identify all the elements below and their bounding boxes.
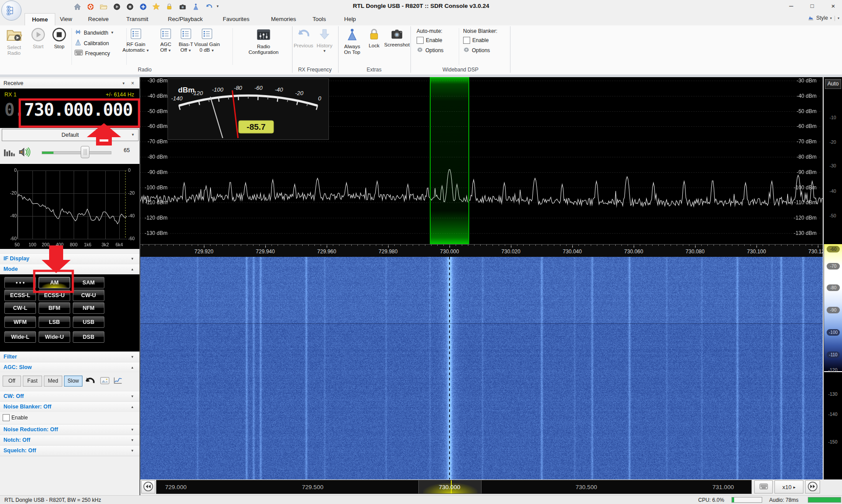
- section-filter[interactable]: Filter▾: [0, 351, 139, 362]
- spectrum-display[interactable]: dBm-140-120-100-80-60-40-200-85.7 -30 dB…: [140, 77, 823, 244]
- calibration-button[interactable]: Calibration: [75, 39, 109, 47]
- section-notch[interactable]: Notch: Off▾: [0, 435, 139, 446]
- receive-panel-header[interactable]: Receive ▾ ×: [0, 78, 139, 89]
- ribbon-collapse-caret-icon[interactable]: ▾: [838, 16, 839, 20]
- maximize-button[interactable]: □: [803, 0, 822, 12]
- output-device-dropdown[interactable]: Default ▼: [2, 129, 139, 141]
- spectrum-frequency-scale[interactable]: 729.920729.940729.960729.980730.000730.0…: [140, 244, 823, 257]
- checkbox-icon[interactable]: [463, 37, 470, 44]
- bandwidth-button[interactable]: Bandwidth▼: [75, 28, 114, 37]
- mode-button-ecssl[interactable]: ECSS-L: [4, 290, 36, 301]
- screenshot-button[interactable]: Screenshot: [384, 27, 410, 48]
- section-cw[interactable]: CW: Off▾: [0, 391, 139, 402]
- mode-button-[interactable]: • • •: [4, 277, 36, 288]
- frequency-value[interactable]: 730.000.000: [24, 100, 132, 120]
- mode-button-am[interactable]: AM: [39, 277, 70, 288]
- scroll-right-button[interactable]: [805, 480, 820, 493]
- volume-slider-handle[interactable]: [81, 146, 89, 158]
- frequency-display[interactable]: 0.730.000.000: [4, 100, 132, 120]
- life-ring-icon[interactable]: [85, 2, 96, 11]
- panel-collapse-icon[interactable]: ▾: [122, 78, 125, 89]
- scroll-left-button[interactable]: [141, 480, 155, 493]
- frequency-band-track[interactable]: 729.000729.500730.000730.500731.000: [156, 480, 752, 494]
- scale-badge[interactable]: -90: [827, 307, 840, 313]
- scale-badge[interactable]: -80: [827, 284, 840, 291]
- agc-graph-icon[interactable]: [113, 377, 123, 386]
- tab-help[interactable]: Help: [337, 13, 363, 25]
- tab-view[interactable]: View: [53, 13, 79, 25]
- close-button[interactable]: ×: [824, 0, 842, 12]
- zoom-step-button[interactable]: x10 ▸: [774, 480, 803, 493]
- tab-receive[interactable]: Receive: [81, 13, 116, 25]
- padlock-icon[interactable]: [164, 2, 175, 11]
- waterfall-display[interactable]: [140, 257, 823, 479]
- noise-blanker-options-button[interactable]: Options: [463, 46, 490, 54]
- mode-button-cwu[interactable]: CW-U: [73, 290, 104, 301]
- nb-enable-checkbox[interactable]: [3, 414, 10, 421]
- auto-scale-button[interactable]: Auto: [825, 79, 841, 89]
- speaker-icon[interactable]: [18, 147, 32, 159]
- always-on-top-button[interactable]: AlwaysOn Top: [340, 27, 364, 55]
- noise-blanker-enable-checkbox[interactable]: Enable: [463, 37, 489, 44]
- mode-button-widel[interactable]: Wide-L: [4, 331, 36, 343]
- section-mode[interactable]: Mode▴: [0, 264, 139, 275]
- tab-rec-playback[interactable]: Rec/Playback: [161, 13, 210, 25]
- auto-mute-options-button[interactable]: Options: [417, 46, 443, 54]
- agc-button-off[interactable]: Off: [3, 376, 21, 387]
- amplitude-scale-panel[interactable]: Auto -10-20-30-40-50-60-70-80-90-100-110…: [824, 77, 842, 479]
- mode-button-wideu[interactable]: Wide-U: [39, 331, 70, 343]
- mode-button-sam[interactable]: SAM: [73, 277, 104, 288]
- mode-button-bfm[interactable]: BFM: [39, 302, 70, 314]
- lock-button[interactable]: Lock: [365, 27, 383, 49]
- mode-button-usb[interactable]: USB: [73, 316, 104, 328]
- tab-home[interactable]: Home: [25, 13, 55, 25]
- volume-slider-track[interactable]: [42, 151, 111, 154]
- frequency-button[interactable]: Frequency: [75, 50, 110, 57]
- keyboard-entry-button[interactable]: [754, 480, 773, 493]
- scale-badge[interactable]: -100: [827, 329, 840, 336]
- mode-button-ecssu[interactable]: ECSS-U: [39, 290, 70, 301]
- camera-icon[interactable]: [177, 2, 188, 11]
- stop-button[interactable]: Stop: [49, 27, 69, 50]
- section-agc[interactable]: AGC: Slow▴: [0, 362, 139, 373]
- agc-button-slow[interactable]: Slow: [64, 376, 82, 387]
- section-noise-reduction[interactable]: Noise Reduction: Off▾: [0, 424, 139, 435]
- start-button[interactable]: Start: [28, 27, 48, 50]
- ribbon-visual-gain-button[interactable]: Visual Gain0 dB ▼: [186, 27, 228, 53]
- agc-undo-icon[interactable]: [84, 376, 96, 388]
- previous-frequency-button[interactable]: Previous: [293, 27, 314, 49]
- mode-button-dsb[interactable]: DSB: [73, 331, 104, 343]
- frequency-history-button[interactable]: History ▼: [314, 27, 335, 53]
- section-noise-blanker[interactable]: Noise Blanker: Off▴: [0, 401, 139, 412]
- scale-badge[interactable]: -110: [827, 351, 840, 358]
- mode-button-nfm[interactable]: NFM: [73, 302, 104, 314]
- tab-favourites[interactable]: Favourites: [216, 13, 257, 25]
- quick-access-caret-icon[interactable]: ▾: [217, 4, 219, 8]
- filter-bandwidth-band[interactable]: [430, 77, 469, 244]
- folder-open-icon[interactable]: [98, 2, 109, 11]
- radio-configuration-button[interactable]: RadioConfiguration: [244, 27, 283, 55]
- antenna-person-icon[interactable]: [190, 2, 201, 11]
- equalizer-icon[interactable]: [4, 147, 15, 158]
- minimize-button[interactable]: ─: [781, 0, 801, 12]
- record-circle-icon[interactable]: [125, 2, 135, 11]
- panel-close-icon[interactable]: ×: [131, 78, 134, 89]
- mode-button-wfm[interactable]: WFM: [4, 316, 36, 328]
- section-squelch[interactable]: Squelch: Off▾: [0, 445, 139, 456]
- checkbox-icon[interactable]: [417, 37, 424, 44]
- auto-mute-enable-checkbox[interactable]: Enable: [417, 37, 442, 44]
- agc-button-med[interactable]: Med: [44, 376, 62, 387]
- tab-memories[interactable]: Memories: [264, 13, 303, 25]
- undo-icon[interactable]: [203, 2, 214, 11]
- mode-button-lsb[interactable]: LSB: [39, 316, 70, 328]
- style-selector[interactable]: Style ▾ | ▾: [808, 15, 839, 21]
- select-radio-button[interactable]: Select Radio: [2, 27, 26, 56]
- section-if-display[interactable]: IF Display▾: [0, 253, 139, 264]
- tab-transmit[interactable]: Transmit: [119, 13, 155, 25]
- scale-badge[interactable]: -70: [827, 263, 840, 270]
- add-circle-icon[interactable]: [138, 2, 148, 11]
- home-icon[interactable]: [72, 2, 82, 11]
- play-circle-icon[interactable]: [111, 2, 122, 11]
- scale-badge[interactable]: -60: [827, 246, 840, 252]
- app-menu-button[interactable]: [1, 0, 21, 21]
